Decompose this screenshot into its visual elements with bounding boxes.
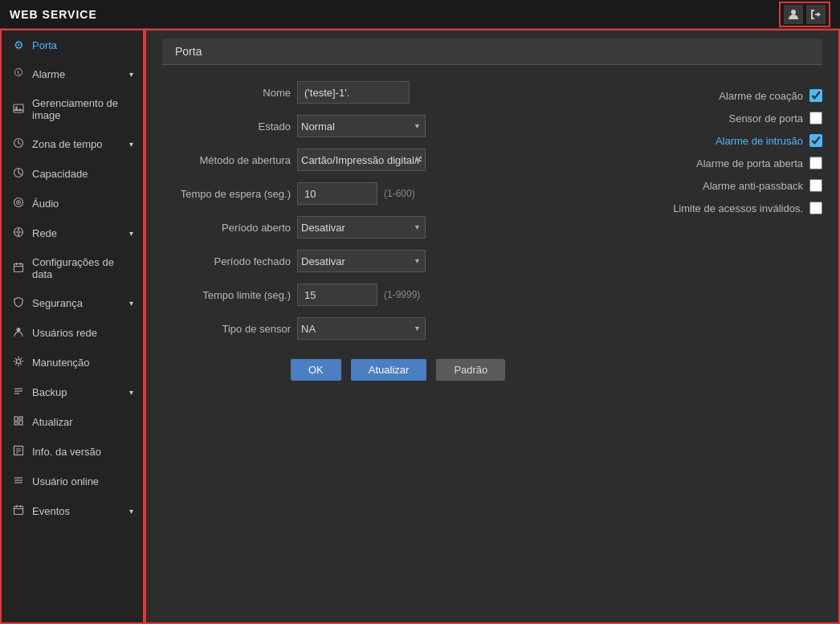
svg-rect-19 — [14, 417, 18, 421]
metodo-select[interactable]: Cartão/Impressão digital/A — [297, 149, 426, 171]
tempo-limite-label: Tempo limite (seg.) — [162, 289, 291, 301]
tempo-limite-input[interactable] — [297, 283, 377, 306]
alarme-intrusao-checkbox[interactable] — [809, 134, 822, 147]
update-button[interactable]: Atualizar — [351, 359, 427, 381]
alarm-icon — [11, 67, 26, 81]
sidebar-item-manutencao[interactable]: Manutenção — [2, 348, 143, 377]
alarme-intrusao-label: Alarme de intrusão — [716, 135, 803, 147]
clock-icon — [11, 137, 26, 151]
alarme-porta-aberta-checkbox[interactable] — [809, 157, 822, 169]
tipo-sensor-row: Tipo de sensor NA — [162, 317, 505, 340]
sensor-porta-row: Sensor de porta — [537, 112, 822, 124]
sidebar-item-seguranca[interactable]: Segurança ▾ — [2, 288, 143, 318]
sidebar-item-info[interactable]: Info. da versão — [2, 437, 143, 467]
alarme-porta-aberta-label: Alarme de porta aberta — [696, 157, 803, 169]
sidebar-item-gerenciamento[interactable]: Gerenciamento de image — [2, 89, 143, 129]
limite-acessos-row: Limite de acessos inválidos. — [537, 202, 822, 214]
info-icon — [11, 445, 26, 459]
sidebar-item-usuarios[interactable]: Usuários rede — [2, 318, 143, 348]
metodo-select-wrapper: Cartão/Impressão digital/A — [297, 149, 426, 171]
chevron-down-icon: ▾ — [129, 299, 133, 308]
svg-rect-10 — [14, 263, 23, 271]
sidebar-item-usuario-online[interactable]: Usuário online — [2, 467, 143, 496]
gear-icon: ⚙ — [11, 39, 26, 51]
chevron-down-icon: ▾ — [129, 140, 133, 149]
sidebar-item-audio[interactable]: Áudio — [2, 189, 143, 218]
sidebar-item-rede[interactable]: Rede ▾ — [2, 218, 143, 248]
alarme-anti-passback-label: Alarme anti-passback — [703, 180, 803, 192]
sidebar-item-zona[interactable]: Zona de tempo ▾ — [2, 129, 143, 159]
svg-rect-20 — [19, 421, 22, 425]
header: WEB SERVICE — [0, 0, 840, 29]
estado-select[interactable]: Normal Desativar — [297, 115, 426, 137]
user-icon-button[interactable] — [784, 5, 803, 24]
tempo-espera-row: Tempo de espera (seg.) (1-600) — [162, 182, 505, 205]
sensor-porta-label: Sensor de porta — [728, 112, 803, 124]
metodo-label: Método de abertura — [162, 154, 291, 166]
svg-point-15 — [17, 360, 21, 364]
tempo-limite-row: Tempo limite (seg.) (1-9999) — [162, 283, 505, 306]
sidebar-item-eventos[interactable]: Eventos ▾ — [2, 496, 143, 526]
chevron-down-icon: ▾ — [129, 229, 133, 238]
nome-input[interactable] — [297, 81, 410, 104]
sidebar-item-configuracoes[interactable]: Configurações de data — [2, 248, 143, 288]
svg-rect-22 — [19, 417, 22, 419]
periodo-fechado-select[interactable]: Desativar — [297, 250, 426, 272]
image-icon — [11, 103, 26, 116]
periodo-aberto-select[interactable]: Desativar — [297, 216, 426, 239]
network-icon — [11, 226, 26, 240]
logout-icon-button[interactable] — [806, 5, 826, 24]
ok-button[interactable]: OK — [291, 359, 341, 381]
metodo-row: Método de abertura Cartão/Impressão digi… — [162, 149, 505, 171]
tempo-limite-hint: (1-9999) — [384, 289, 420, 300]
main-layout: ⚙ Porta Alarme ▾ Gerenciamento de image … — [0, 29, 840, 624]
form-right: Alarme de coação Sensor de porta Alarme … — [537, 81, 822, 381]
periodo-aberto-select-wrapper: Desativar — [297, 216, 426, 239]
form-section: Nome Estado Normal Desativar — [162, 81, 822, 381]
nome-row: Nome — [162, 81, 505, 104]
update-icon — [11, 415, 26, 429]
chevron-down-icon: ▾ — [129, 388, 133, 397]
panel-title: Porta — [162, 39, 822, 65]
periodo-aberto-label: Período aberto — [162, 222, 291, 234]
svg-rect-30 — [14, 507, 23, 515]
sidebar-item-porta[interactable]: ⚙ Porta — [2, 31, 143, 59]
svg-point-7 — [18, 202, 19, 203]
security-icon — [11, 296, 26, 310]
alarme-coacao-label: Alarme de coação — [719, 90, 803, 102]
sidebar-item-alarme[interactable]: Alarme ▾ — [2, 59, 143, 89]
alarme-anti-passback-row: Alarme anti-passback — [537, 179, 822, 192]
chevron-down-icon: ▾ — [129, 507, 133, 516]
tempo-espera-input[interactable] — [297, 182, 377, 205]
capacity-icon — [11, 167, 26, 181]
sidebar-item-capacidade[interactable]: Capacidade — [2, 159, 143, 189]
periodo-fechado-row: Período fechado Desativar — [162, 250, 505, 272]
limite-acessos-label: Limite de acessos inválidos. — [673, 202, 803, 214]
app-title: WEB SERVICE — [10, 8, 97, 21]
default-button[interactable]: Padrão — [436, 359, 505, 381]
svg-rect-21 — [14, 422, 18, 425]
backup-icon — [11, 385, 26, 399]
alarme-intrusao-row: Alarme de intrusão — [537, 134, 822, 147]
periodo-aberto-row: Período aberto Desativar — [162, 216, 505, 239]
tempo-espera-label: Tempo de espera (seg.) — [162, 188, 291, 200]
alarme-porta-aberta-row: Alarme de porta aberta — [537, 157, 822, 169]
maintenance-icon — [11, 356, 26, 369]
periodo-fechado-select-wrapper: Desativar — [297, 250, 426, 272]
limite-acessos-checkbox[interactable] — [809, 202, 822, 214]
sidebar-item-backup[interactable]: Backup ▾ — [2, 377, 143, 407]
audio-icon — [11, 197, 26, 210]
events-icon — [11, 504, 26, 518]
sidebar-item-atualizar[interactable]: Atualizar — [2, 407, 143, 437]
header-actions — [779, 2, 830, 27]
tipo-sensor-label: Tipo de sensor — [162, 323, 291, 335]
tipo-sensor-select-wrapper: NA — [297, 317, 426, 340]
alarme-anti-passback-checkbox[interactable] — [809, 179, 822, 192]
estado-row: Estado Normal Desativar — [162, 115, 505, 137]
user-icon — [11, 326, 26, 340]
sensor-porta-checkbox[interactable] — [809, 112, 822, 124]
alarme-coacao-checkbox[interactable] — [809, 89, 822, 102]
tipo-sensor-select[interactable]: NA — [297, 317, 426, 340]
porta-panel: Porta Nome Estado Normal — [146, 31, 838, 397]
svg-point-0 — [791, 10, 796, 14]
